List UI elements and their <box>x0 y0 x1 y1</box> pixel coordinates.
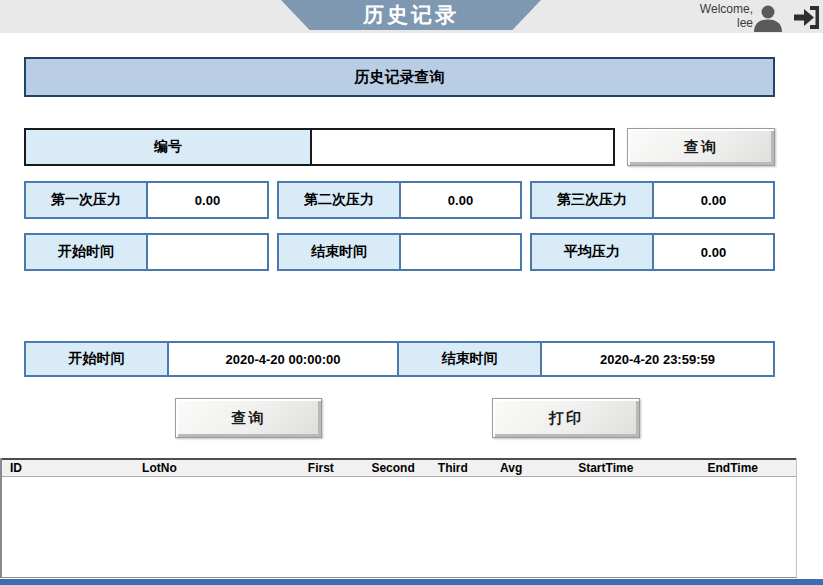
lot-number-row: 编号 <box>24 128 615 166</box>
range-start-value[interactable]: 2020-4-20 00:00:00 <box>169 343 399 375</box>
welcome-text: Welcome, lee <box>643 2 753 30</box>
query-button-label: 查询 <box>232 409 266 428</box>
avg-pressure-group: 平均压力 0.00 <box>530 233 775 271</box>
date-range-bar: 开始时间 2020-4-20 00:00:00 结束时间 2020-4-20 2… <box>24 341 775 377</box>
lot-number-label: 编号 <box>26 130 312 164</box>
welcome-line1: Welcome, <box>643 2 753 16</box>
range-end-label: 结束时间 <box>399 343 542 375</box>
section-header-text: 历史记录查询 <box>355 68 445 87</box>
lot-query-button[interactable]: 查询 <box>627 128 775 166</box>
print-button-label: 打印 <box>549 409 583 428</box>
column-header-second: Second <box>361 461 426 475</box>
first-pressure-value: 0.00 <box>148 183 267 217</box>
section-header: 历史记录查询 <box>24 57 775 97</box>
column-header-avg: Avg <box>480 461 542 475</box>
results-table-header: ID LotNo First Second Third Avg StartTim… <box>2 458 796 477</box>
third-pressure-group: 第三次压力 0.00 <box>530 181 775 219</box>
print-button[interactable]: 打印 <box>492 398 640 438</box>
avg-pressure-value: 0.00 <box>654 235 773 269</box>
bottom-bar <box>0 579 823 585</box>
lot-query-button-label: 查询 <box>684 138 718 157</box>
lot-number-input[interactable] <box>312 130 613 164</box>
start-time-value <box>148 235 267 269</box>
third-pressure-value: 0.00 <box>654 183 773 217</box>
end-time-group: 结束时间 <box>277 233 522 271</box>
range-end-value[interactable]: 2020-4-20 23:59:59 <box>542 343 773 375</box>
results-table: ID LotNo First Second Third Avg StartTim… <box>0 458 797 578</box>
page-title-text: 历史记录 <box>363 1 459 29</box>
third-pressure-label: 第三次压力 <box>532 183 654 217</box>
results-table-body[interactable] <box>2 477 796 577</box>
column-header-id: ID <box>2 461 38 475</box>
second-pressure-group: 第二次压力 0.00 <box>277 181 522 219</box>
second-pressure-value: 0.00 <box>401 183 520 217</box>
range-start-label: 开始时间 <box>26 343 169 375</box>
end-time-label: 结束时间 <box>279 235 401 269</box>
start-time-group: 开始时间 <box>24 233 269 271</box>
first-pressure-label: 第一次压力 <box>26 183 148 217</box>
second-pressure-label: 第二次压力 <box>279 183 401 217</box>
query-button[interactable]: 查询 <box>175 398 322 438</box>
column-header-starttime: StartTime <box>542 461 670 475</box>
column-header-endtime: EndTime <box>670 461 797 475</box>
first-pressure-group: 第一次压力 0.00 <box>24 181 269 219</box>
avg-pressure-label: 平均压力 <box>532 235 654 269</box>
column-header-first: First <box>281 461 361 475</box>
column-header-third: Third <box>425 461 480 475</box>
end-time-value <box>401 235 520 269</box>
start-time-label: 开始时间 <box>26 235 148 269</box>
page-title: 历史记录 <box>281 0 541 30</box>
logout-door-icon[interactable] <box>793 4 820 31</box>
column-header-lotno: LotNo <box>38 461 281 475</box>
user-silhouette-icon <box>752 4 784 32</box>
welcome-username: lee <box>643 16 753 30</box>
